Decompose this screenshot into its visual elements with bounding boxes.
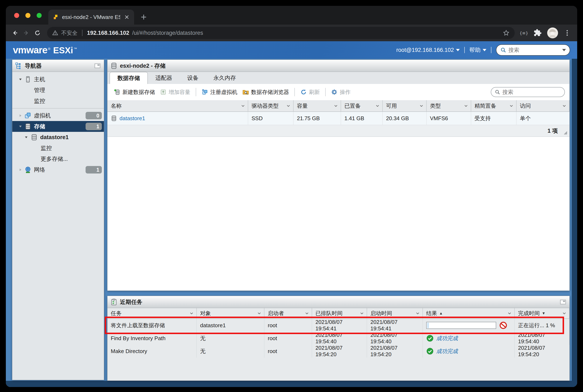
datastore1-link[interactable]: datastore1: [119, 115, 145, 122]
datastore-search[interactable]: [491, 87, 565, 97]
vm-icon: [24, 112, 31, 119]
new-datastore-button[interactable]: 新建数据存储: [111, 88, 157, 96]
storage-icon: [110, 62, 117, 69]
not-secure-warning-icon[interactable]: [52, 30, 58, 36]
ds-col-provisioned[interactable]: 已置备: [341, 100, 383, 112]
chevron-down-icon[interactable]: [507, 310, 512, 316]
sidebar-item-datastore1-monitor[interactable]: 监控: [12, 143, 104, 154]
sidebar-item-host-monitor[interactable]: 监控: [12, 96, 104, 106]
caret-down-icon[interactable]: [24, 135, 28, 140]
chevron-down-icon[interactable]: [562, 103, 567, 108]
chevron-down-icon[interactable]: [257, 310, 262, 316]
success-check-icon: [426, 348, 434, 355]
sidebar-item-network[interactable]: 网络 1: [12, 164, 104, 175]
close-window-button[interactable]: [14, 13, 19, 18]
task-col-result[interactable]: 结果▲: [423, 308, 515, 319]
task-cell-completed: 正在运行... 1 %: [515, 319, 570, 332]
new-tab-button[interactable]: [139, 13, 148, 21]
datastore-browser-button[interactable]: 数据存储浏览器: [240, 88, 291, 96]
global-search-input[interactable]: [509, 47, 560, 53]
chevron-down-icon[interactable]: [304, 310, 310, 316]
tab-devices[interactable]: 设备: [180, 72, 206, 84]
zoom-window-button[interactable]: [37, 13, 42, 18]
chevron-down-icon[interactable]: [359, 310, 365, 316]
chevron-down-icon[interactable]: [419, 103, 424, 108]
ds-cell-access: 单个: [517, 112, 570, 125]
minimize-window-button[interactable]: [25, 13, 30, 18]
ds-col-name[interactable]: 名称: [107, 100, 248, 112]
close-tab-icon[interactable]: [124, 14, 130, 20]
chevron-down-icon[interactable]: [375, 103, 380, 108]
chevron-down-icon[interactable]: [240, 103, 246, 108]
caret-down-icon[interactable]: [18, 77, 23, 82]
task-col-initiator[interactable]: 启动者: [264, 308, 312, 319]
task-col-queued[interactable]: 已排队时间: [312, 308, 367, 319]
esxi-page: vmware®ESXi™ root@192.168.166.102 帮助: [6, 41, 577, 387]
sidebar-item-host[interactable]: 主机: [12, 74, 104, 85]
extension-icon[interactable]: {≡}: [520, 29, 528, 37]
chevron-down-icon[interactable]: [333, 103, 339, 108]
security-label: 不安全: [61, 29, 77, 37]
chevron-down-icon[interactable]: [415, 310, 420, 316]
sidebar-item-host-manage[interactable]: 管理: [12, 85, 104, 96]
ds-col-drive-type[interactable]: 驱动器类型: [248, 100, 294, 112]
help-menu[interactable]: 帮助: [469, 46, 486, 54]
sidebar-item-more-storage[interactable]: 更多存储...: [12, 154, 104, 164]
back-button[interactable]: [10, 28, 19, 38]
register-vm-button[interactable]: 注册虚拟机: [199, 88, 240, 96]
sidebar-item-vms[interactable]: 虚拟机 0: [12, 110, 104, 121]
actions-button[interactable]: 操作: [329, 88, 353, 96]
bookmark-star-icon[interactable]: [503, 29, 510, 36]
register-vm-icon: [202, 89, 208, 96]
task-cell-queued: 2021/08/07 19:54:41: [312, 319, 367, 332]
sidebar-item-datastore1[interactable]: datastore1: [12, 132, 104, 143]
ds-col-access[interactable]: 访问: [517, 100, 570, 112]
panel-popout-icon[interactable]: [94, 62, 101, 69]
svg-text:{≡}: {≡}: [520, 30, 528, 36]
task-cell-task[interactable]: Find By Inventory Path: [107, 332, 197, 345]
chevron-down-icon[interactable]: [562, 49, 566, 51]
browser-tab[interactable]: esxi-node2 - VMware ESXi: [48, 10, 134, 24]
extensions-puzzle-icon[interactable]: [534, 29, 542, 37]
tab-title: esxi-node2 - VMware ESXi: [62, 14, 120, 20]
address-bar[interactable]: 不安全 192.168.166.102/ui/#/host/storage/da…: [47, 27, 515, 39]
network-icon: [24, 166, 31, 173]
datastore-search-input[interactable]: [503, 89, 561, 96]
resize-grip-icon[interactable]: [562, 129, 568, 135]
tab-datastores[interactable]: 数据存储: [109, 72, 148, 84]
ds-col-type[interactable]: 类型: [427, 100, 471, 112]
ds-col-capacity[interactable]: 容量: [294, 100, 341, 112]
ds-col-free[interactable]: 可用: [383, 100, 427, 112]
chevron-down-icon[interactable]: [189, 310, 194, 316]
caret-down-icon[interactable]: [18, 124, 23, 129]
ds-cell-name[interactable]: datastore1: [107, 112, 248, 125]
reload-button[interactable]: [33, 28, 42, 38]
caret-right-icon[interactable]: [18, 168, 23, 172]
caret-right-icon[interactable]: [18, 113, 23, 118]
panel-popout-icon[interactable]: [560, 298, 567, 306]
tab-adapters[interactable]: 适配器: [148, 72, 180, 84]
task-cell-task[interactable]: Make Directory: [107, 345, 197, 358]
user-menu[interactable]: root@192.168.166.102: [396, 47, 460, 53]
chevron-down-icon[interactable]: [463, 103, 469, 108]
task-col-started[interactable]: 启动时间: [367, 308, 423, 319]
ds-col-thin[interactable]: 精简置备: [471, 100, 517, 112]
task-col-target[interactable]: 对象: [197, 308, 264, 319]
profile-avatar[interactable]: [547, 28, 558, 38]
refresh-button[interactable]: 刷新: [298, 88, 322, 96]
chevron-down-icon[interactable]: [286, 103, 291, 108]
forward-button[interactable]: [22, 28, 31, 38]
table-footer: 1 项: [107, 125, 570, 137]
tab-persistent-memory[interactable]: 永久内存: [206, 72, 243, 84]
sidebar-item-storage[interactable]: 存储 1: [12, 121, 104, 132]
datastores-table: 名称 驱动器类型 容量 已置备 可用 类型 精简置备 访问 datastore1: [107, 100, 570, 125]
task-col-completed[interactable]: 完成时间▼: [515, 308, 570, 319]
browser-menu-icon[interactable]: [564, 29, 571, 37]
task-cell-task[interactable]: 将文件上载至数据存储: [107, 319, 197, 332]
increase-capacity-button[interactable]: 增加容量: [157, 88, 193, 96]
cancel-task-icon[interactable]: [499, 321, 508, 330]
chevron-down-icon[interactable]: [562, 310, 567, 316]
chevron-down-icon[interactable]: [509, 103, 514, 108]
task-col-task[interactable]: 任务: [107, 308, 197, 319]
global-search[interactable]: [496, 44, 570, 56]
